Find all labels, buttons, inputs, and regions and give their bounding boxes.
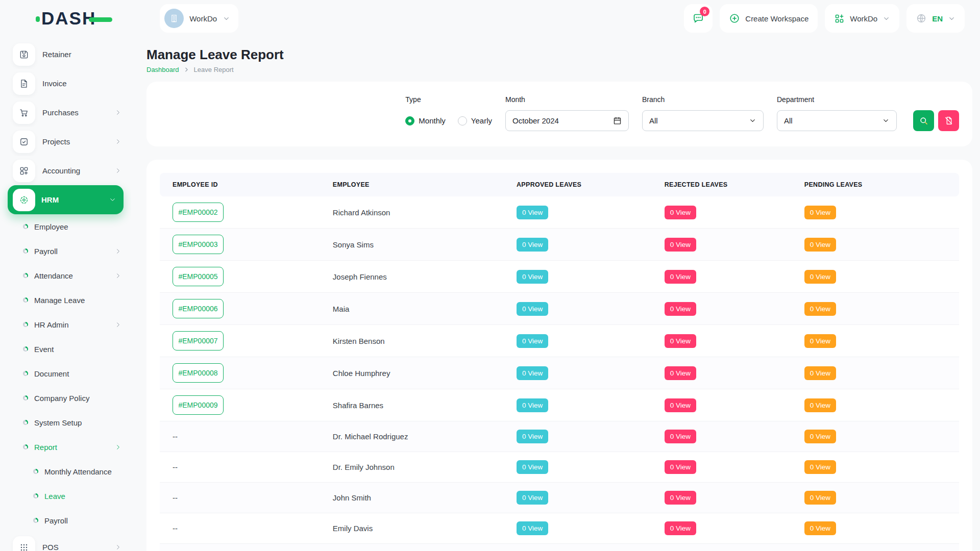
sidebar-item-purchases[interactable]: Purchases bbox=[0, 98, 131, 127]
radio-yearly[interactable]: Yearly bbox=[458, 116, 492, 126]
pending-leaves-view-badge[interactable]: 0 View bbox=[804, 398, 836, 412]
pending-leaves-view-badge[interactable]: 0 View bbox=[804, 460, 836, 474]
table-row: --Dr. Emily Johnson0 View0 View0 View bbox=[160, 452, 959, 483]
column-pending-leaves: PENDING LEAVES bbox=[799, 173, 959, 196]
sidebar-item-label: HR Admin bbox=[34, 320, 69, 329]
workspace-selector[interactable]: WorkDo bbox=[160, 4, 238, 33]
approved-leaves-view-badge[interactable]: 0 View bbox=[517, 238, 548, 252]
reset-filter-button[interactable] bbox=[938, 110, 959, 131]
approved-leaves-view-badge[interactable]: 0 View bbox=[517, 334, 548, 348]
rejected-leaves-view-badge[interactable]: 0 View bbox=[665, 460, 696, 474]
pending-leaves-view-badge[interactable]: 0 View bbox=[804, 521, 836, 535]
sidebar-item-retainer[interactable]: Retainer bbox=[0, 40, 131, 69]
employee-id-badge[interactable]: #EMP00003 bbox=[173, 235, 224, 254]
pending-leaves-view-badge[interactable]: 0 View bbox=[804, 334, 836, 348]
rejected-leaves-view-badge[interactable]: 0 View bbox=[665, 238, 696, 252]
sidebar-item-company-policy[interactable]: Company Policy bbox=[0, 386, 131, 410]
table-row: #EMP00003Sonya Sims0 View0 View0 View bbox=[160, 229, 959, 261]
accounting-icon bbox=[13, 160, 35, 182]
sidebar-item-label: Company Policy bbox=[34, 394, 89, 403]
sidebar-item-report[interactable]: Report bbox=[0, 435, 131, 459]
pending-leaves-view-badge[interactable]: 0 View bbox=[804, 270, 836, 284]
table-row: #EMP00006Maia0 View0 View0 View bbox=[160, 293, 959, 325]
approved-leaves-view-badge[interactable]: 0 View bbox=[517, 460, 548, 474]
search-button[interactable] bbox=[913, 110, 934, 131]
column-approved-leaves: APPROVED LEAVES bbox=[511, 173, 659, 196]
sidebar-item-payroll[interactable]: Payroll bbox=[0, 508, 131, 533]
sidebar-item-event[interactable]: Event bbox=[0, 337, 131, 361]
sidebar-item-label: Accounting bbox=[42, 166, 80, 175]
language-selector[interactable]: EN bbox=[906, 4, 965, 33]
approved-leaves-view-badge[interactable]: 0 View bbox=[517, 366, 548, 380]
sidebar-item-system-setup[interactable]: System Setup bbox=[0, 410, 131, 435]
rejected-leaves-view-badge[interactable]: 0 View bbox=[665, 206, 696, 219]
sidebar-item-leave[interactable]: Leave bbox=[0, 484, 131, 508]
employee-id-badge[interactable]: #EMP00006 bbox=[173, 299, 224, 318]
approved-leaves-view-badge[interactable]: 0 View bbox=[517, 521, 548, 535]
pending-leaves-view-badge[interactable]: 0 View bbox=[804, 206, 836, 219]
sidebar-item-hr-admin[interactable]: HR Admin bbox=[0, 312, 131, 337]
department-select[interactable]: All bbox=[777, 110, 897, 131]
approved-leaves-view-badge[interactable]: 0 View bbox=[517, 398, 548, 412]
employee-name: Maia bbox=[333, 305, 350, 313]
sidebar-item-employee[interactable]: Employee bbox=[0, 214, 131, 239]
messages-count-badge: 0 bbox=[700, 7, 709, 16]
radio-monthly-label: Monthly bbox=[419, 116, 446, 125]
approved-leaves-view-badge[interactable]: 0 View bbox=[517, 302, 548, 316]
branch-filter: Branch All bbox=[642, 94, 764, 131]
sidebar-item-hrm[interactable]: HRM bbox=[8, 185, 124, 214]
branch-select[interactable]: All bbox=[642, 110, 764, 131]
rejected-leaves-view-badge[interactable]: 0 View bbox=[665, 366, 696, 380]
sidebar-item-manage-leave[interactable]: Manage Leave bbox=[0, 288, 131, 312]
invoice-icon bbox=[13, 72, 35, 95]
messages-button[interactable]: 0 bbox=[684, 4, 713, 33]
pos-icon bbox=[13, 536, 35, 551]
month-input[interactable]: October 2024 bbox=[505, 110, 629, 131]
pending-leaves-view-badge[interactable]: 0 View bbox=[804, 491, 836, 505]
rejected-leaves-view-badge[interactable]: 0 View bbox=[665, 491, 696, 505]
radio-monthly[interactable]: Monthly bbox=[405, 116, 446, 126]
employee-id-badge[interactable]: #EMP00005 bbox=[173, 267, 224, 286]
chevron-right-icon bbox=[114, 109, 122, 116]
rejected-leaves-view-badge[interactable]: 0 View bbox=[665, 270, 696, 284]
sidebar-item-document[interactable]: Document bbox=[0, 361, 131, 386]
language-code: EN bbox=[932, 14, 943, 23]
create-workspace-button[interactable]: Create Workspace bbox=[720, 4, 818, 33]
sidebar-item-accounting[interactable]: Accounting bbox=[0, 156, 131, 185]
dash-logo[interactable]: DASH bbox=[36, 8, 112, 29]
employee-id-badge[interactable]: #EMP00008 bbox=[173, 363, 224, 383]
rejected-leaves-view-badge[interactable]: 0 View bbox=[665, 521, 696, 535]
sidebar-item-payroll[interactable]: Payroll bbox=[0, 239, 131, 263]
employee-id-badge[interactable]: #EMP00009 bbox=[173, 395, 224, 415]
globe-icon bbox=[916, 13, 927, 24]
purchases-icon bbox=[13, 102, 35, 124]
approved-leaves-view-badge[interactable]: 0 View bbox=[517, 206, 548, 219]
employee-id-badge[interactable]: #EMP00007 bbox=[173, 331, 224, 350]
approved-leaves-view-badge[interactable]: 0 View bbox=[517, 270, 548, 284]
workspace-dropdown[interactable]: WorkDo bbox=[825, 4, 899, 33]
employee-name: Dr. Michael Rodriguez bbox=[333, 432, 408, 441]
pending-leaves-view-badge[interactable]: 0 View bbox=[804, 302, 836, 316]
approved-leaves-view-badge[interactable]: 0 View bbox=[517, 491, 548, 505]
sidebar-item-invoice[interactable]: Invoice bbox=[0, 69, 131, 98]
sidebar-item-label: Employee bbox=[34, 222, 68, 231]
rejected-leaves-view-badge[interactable]: 0 View bbox=[665, 334, 696, 348]
create-workspace-label: Create Workspace bbox=[745, 14, 808, 23]
leave-report-table-card: EMPLOYEE ID EMPLOYEE APPROVED LEAVES REJ… bbox=[146, 160, 972, 551]
sidebar-item-pos[interactable]: POS bbox=[0, 533, 131, 551]
sidebar-item-attendance[interactable]: Attendance bbox=[0, 263, 131, 288]
pending-leaves-view-badge[interactable]: 0 View bbox=[804, 238, 836, 252]
pending-leaves-view-badge[interactable]: 0 View bbox=[804, 430, 836, 443]
calendar-icon[interactable] bbox=[613, 116, 622, 125]
pending-leaves-view-badge[interactable]: 0 View bbox=[804, 366, 836, 380]
rejected-leaves-view-badge[interactable]: 0 View bbox=[665, 302, 696, 316]
rejected-leaves-view-badge[interactable]: 0 View bbox=[665, 430, 696, 443]
employee-name: Richard Atkinson bbox=[333, 208, 390, 217]
approved-leaves-view-badge[interactable]: 0 View bbox=[517, 430, 548, 443]
sidebar-item-monthly-attendance[interactable]: Monthly Attendance bbox=[0, 459, 131, 484]
breadcrumb-dashboard-link[interactable]: Dashboard bbox=[146, 66, 179, 73]
sidebar-item-projects[interactable]: Projects bbox=[0, 127, 131, 156]
employee-id-badge[interactable]: #EMP00002 bbox=[173, 203, 224, 222]
rejected-leaves-view-badge[interactable]: 0 View bbox=[665, 398, 696, 412]
workspace-name: WorkDo bbox=[189, 14, 217, 23]
